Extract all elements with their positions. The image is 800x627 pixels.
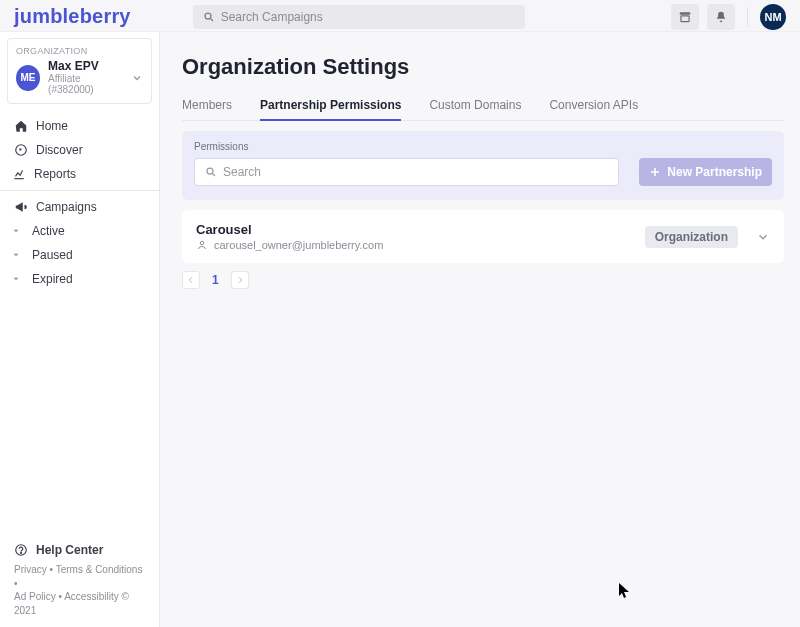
help-label: Help Center [36, 543, 103, 557]
org-name: Max EPV [48, 60, 123, 73]
page-next-button[interactable] [231, 271, 249, 289]
org-texts: Max EPV Affiliate (#382000) [48, 60, 123, 95]
link-adpolicy[interactable]: Ad Policy [14, 591, 56, 602]
main: Organization Settings Members Partnershi… [160, 32, 800, 627]
search-icon [203, 11, 215, 23]
partnership-name: Carousel [196, 222, 383, 237]
svg-point-12 [207, 168, 213, 174]
org-switcher[interactable]: ORGANIZATION ME Max EPV Affiliate (#3820… [7, 38, 152, 104]
caret-down-icon [12, 251, 20, 259]
caret-down-icon [12, 275, 20, 283]
svg-line-1 [210, 18, 213, 21]
svg-marker-8 [13, 254, 18, 257]
tab-custom-domains[interactable]: Custom Domains [429, 90, 521, 120]
caret-left-icon [0, 170, 2, 178]
home-icon [14, 119, 28, 133]
notifications-button[interactable] [707, 4, 735, 30]
sidebar-item-expired[interactable]: Expired [0, 267, 159, 291]
tab-partnership-permissions[interactable]: Partnership Permissions [260, 90, 401, 120]
permissions-search[interactable] [194, 158, 619, 186]
divider [747, 7, 748, 27]
svg-point-11 [21, 552, 22, 553]
sidebar-item-label: Reports [34, 167, 76, 181]
legal-links: Privacy • Terms & Conditions • Ad Policy… [14, 563, 145, 617]
global-search[interactable] [193, 5, 525, 29]
user-avatar[interactable]: NM [760, 4, 786, 30]
sidebar-item-reports[interactable]: Reports [0, 162, 159, 186]
page-title: Organization Settings [182, 54, 784, 80]
sidebar-item-label: Campaigns [36, 200, 97, 214]
permissions-panel: Permissions New Partnership [182, 131, 784, 200]
svg-marker-5 [19, 148, 22, 151]
org-avatar: ME [16, 65, 40, 91]
svg-marker-9 [13, 278, 18, 281]
svg-point-16 [200, 241, 204, 245]
main-inner: Organization Settings Members Partnershi… [160, 32, 800, 289]
sidebar-item-paused[interactable]: Paused [0, 243, 159, 267]
svg-marker-7 [13, 230, 18, 233]
role-pill[interactable]: Organization [645, 226, 738, 248]
sidebar-nav: Home Discover Reports [0, 110, 159, 295]
sidebar: ORGANIZATION ME Max EPV Affiliate (#3820… [0, 32, 160, 627]
sidebar-item-label: Paused [32, 248, 73, 262]
line-chart-icon [12, 167, 26, 181]
dot: • [14, 578, 18, 589]
svg-line-13 [213, 174, 216, 177]
org-label: ORGANIZATION [16, 46, 143, 56]
svg-rect-3 [681, 15, 689, 21]
sidebar-item-discover[interactable]: Discover [0, 138, 159, 162]
search-icon [205, 166, 217, 178]
sidebar-item-label: Home [36, 119, 68, 133]
pagination: 1 [182, 271, 784, 289]
caret-down-icon [12, 227, 20, 235]
compass-icon [14, 143, 28, 157]
user-icon [196, 239, 208, 251]
megaphone-icon [14, 200, 28, 214]
link-accessibility[interactable]: Accessibility [64, 591, 118, 602]
help-center-link[interactable]: Help Center [14, 543, 145, 557]
permissions-search-input[interactable] [223, 165, 608, 179]
sidebar-item-label: Discover [36, 143, 83, 157]
chevron-down-icon [131, 72, 143, 84]
topbar-actions: NM [671, 4, 786, 30]
plus-icon [649, 166, 661, 178]
sidebar-item-home[interactable]: Home [0, 114, 159, 138]
partnership-row[interactable]: Carousel carousel_owner@jumbleberry.com … [182, 210, 784, 263]
topbar: jumbleberry NM [0, 0, 800, 32]
link-privacy[interactable]: Privacy [14, 564, 47, 575]
page-prev-button[interactable] [182, 271, 200, 289]
sidebar-item-campaigns[interactable]: Campaigns [0, 195, 159, 219]
sidebar-item-label: Expired [32, 272, 73, 286]
permissions-label: Permissions [194, 141, 772, 152]
sidebar-footer: Help Center Privacy • Terms & Conditions… [0, 534, 159, 627]
button-label: New Partnership [667, 165, 762, 179]
org-row: ME Max EPV Affiliate (#382000) [16, 60, 143, 95]
archive-icon [678, 10, 692, 24]
archive-button[interactable] [671, 4, 699, 30]
tab-conversion-apis[interactable]: Conversion APIs [549, 90, 638, 120]
app-body: ORGANIZATION ME Max EPV Affiliate (#3820… [0, 32, 800, 627]
partnership-email: carousel_owner@jumbleberry.com [214, 239, 383, 251]
page-number[interactable]: 1 [206, 273, 225, 287]
tabs: Members Partnership Permissions Custom D… [182, 90, 784, 121]
link-terms[interactable]: Terms & Conditions [56, 564, 143, 575]
new-partnership-button[interactable]: New Partnership [639, 158, 772, 186]
brand-logo[interactable]: jumbleberry [14, 5, 131, 28]
tab-members[interactable]: Members [182, 90, 232, 120]
search-input[interactable] [221, 10, 515, 24]
org-subline: Affiliate (#382000) [48, 73, 123, 95]
help-icon [14, 543, 28, 557]
sidebar-item-active[interactable]: Active [0, 219, 159, 243]
svg-rect-2 [680, 12, 691, 14]
chevron-down-icon[interactable] [756, 230, 770, 244]
svg-point-0 [205, 13, 211, 19]
bell-icon [714, 10, 728, 24]
sidebar-item-label: Active [32, 224, 65, 238]
nav-separator [0, 190, 159, 191]
